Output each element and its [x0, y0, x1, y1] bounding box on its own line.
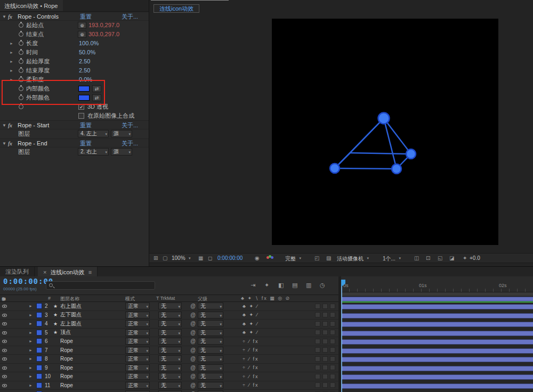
eye-icon[interactable]: [2, 340, 7, 343]
property-row-end-layer[interactable]: 图层 2. 右上 源: [0, 148, 149, 157]
visibility-cell[interactable]: [0, 356, 9, 362]
property-row-length[interactable]: 长度 100.0%: [0, 39, 149, 48]
blend-mode-select[interactable]: 正常: [125, 347, 150, 354]
layer-duration-bar[interactable]: [341, 357, 533, 362]
parent-pickwhip-icon[interactable]: [189, 330, 197, 336]
layer-duration-bar[interactable]: [341, 374, 533, 380]
exposure-reset-icon[interactable]: [463, 255, 467, 261]
blend-mode-select[interactable]: 正常: [125, 355, 150, 362]
expand-arrow-icon[interactable]: [29, 331, 36, 334]
inner-color-swatch[interactable]: [78, 86, 90, 92]
graph-editor-icon[interactable]: [264, 282, 269, 289]
layer-row[interactable]: 10 Rope 正常 无 无 ÷ ∕ fx: [0, 372, 338, 381]
visibility-cell[interactable]: [0, 303, 9, 309]
trkmat-select[interactable]: 无: [158, 338, 182, 345]
layer-name[interactable]: 右上圆点: [60, 303, 124, 310]
effect-group-header-rope-end[interactable]: Rope - End 重置 关于...: [0, 138, 149, 148]
time-stretch-icon[interactable]: [320, 282, 325, 289]
playhead-line[interactable]: [341, 282, 342, 392]
3d-perspective-checkbox[interactable]: [78, 104, 84, 110]
layer-switches[interactable]: ♣ ✦ ∕: [243, 312, 288, 317]
eye-icon[interactable]: [2, 305, 7, 308]
reset-link[interactable]: 重置: [80, 12, 92, 21]
property-row-end-point[interactable]: 结束点 303.0,297.0: [0, 30, 149, 39]
composition-canvas[interactable]: [272, 19, 498, 245]
property-value[interactable]: 100.0%: [79, 39, 99, 48]
layer-row[interactable]: 4 ★ 左上圆点 正常 无 无 ♣ ✦ ∕: [0, 320, 338, 329]
blend-mode-select[interactable]: 正常: [125, 303, 150, 309]
stopwatch-icon[interactable]: [19, 50, 23, 55]
trkmat-select[interactable]: 无: [158, 347, 182, 354]
layer-duration-bar[interactable]: [341, 331, 533, 336]
layer-duration-bar[interactable]: [341, 366, 533, 371]
expand-arrow-icon[interactable]: [10, 66, 13, 75]
effect-controls-tab[interactable]: 连线icon动效 • Rope: [0, 0, 63, 11]
layer-name[interactable]: 左下圆点: [60, 311, 124, 318]
layer-color-swatch[interactable]: [36, 321, 42, 326]
layer-name[interactable]: Rope: [60, 382, 124, 388]
camera-select[interactable]: 活动摄像机: [337, 255, 369, 263]
timeline-track-area[interactable]: 0s 01s 02s: [341, 276, 533, 392]
eye-icon[interactable]: [2, 349, 7, 352]
eye-icon[interactable]: [2, 331, 7, 334]
layer-color-swatch[interactable]: [36, 347, 42, 353]
layer-color-swatch[interactable]: [36, 303, 42, 309]
layer-color-swatch[interactable]: [36, 373, 42, 379]
expand-arrow-icon[interactable]: [29, 339, 36, 343]
render-queue-tab[interactable]: 渲染队列: [0, 267, 35, 276]
property-value[interactable]: 2.50: [79, 66, 90, 75]
layer-name[interactable]: 左上圆点: [60, 320, 124, 328]
stopwatch-icon[interactable]: [19, 95, 23, 100]
layer-switches[interactable]: ♣ ✦ ∕: [243, 304, 288, 309]
trkmat-select[interactable]: 无: [158, 373, 182, 380]
property-row-time[interactable]: 时间 50.0%: [0, 48, 149, 57]
layer-color-swatch[interactable]: [36, 356, 42, 362]
about-link[interactable]: 关于...: [122, 12, 138, 21]
region-of-interest-icon[interactable]: [314, 255, 319, 261]
property-row-inner-color[interactable]: 内部颜色: [0, 84, 149, 93]
layer-duration-bar[interactable]: [341, 313, 533, 318]
visibility-cell[interactable]: [0, 338, 9, 344]
blend-mode-select[interactable]: 正常: [125, 373, 150, 380]
expand-arrow-icon[interactable]: [29, 322, 36, 325]
layer-row[interactable]: 6 Rope 正常 无 无 ÷ ∕ fx: [0, 337, 338, 346]
source-select[interactable]: 源: [111, 130, 132, 137]
trkmat-column-header[interactable]: T TrkMat: [156, 296, 175, 301]
parent-select[interactable]: 无: [198, 364, 223, 371]
layer-name[interactable]: Rope: [60, 338, 124, 344]
eye-icon[interactable]: [2, 322, 7, 325]
parent-select[interactable]: 无: [198, 347, 223, 354]
layer-row[interactable]: 11 Rope 正常 无 无 ÷ ∕ fx: [0, 381, 338, 390]
property-value[interactable]: 303.0,297.0: [88, 30, 119, 39]
fx-badge-icon[interactable]: [8, 139, 12, 148]
parent-pickwhip-icon[interactable]: [189, 373, 197, 379]
parent-select[interactable]: 无: [198, 338, 223, 345]
layer-name[interactable]: 顶点: [60, 329, 124, 336]
transparency-grid-icon[interactable]: [326, 255, 331, 261]
property-value[interactable]: 0.0%: [79, 75, 92, 84]
stopwatch-icon[interactable]: [19, 86, 23, 91]
layer-name[interactable]: Rope: [60, 373, 124, 379]
layer-row[interactable]: 7 Rope 正常 无 无 ÷ ∕ fx: [0, 346, 338, 355]
shy-layers-icon[interactable]: [278, 282, 284, 289]
layer-switches[interactable]: ÷ ∕ fx: [243, 382, 288, 388]
outer-color-swatch[interactable]: [78, 95, 90, 101]
color-edit-icon[interactable]: [92, 85, 101, 92]
trkmat-select[interactable]: 无: [158, 329, 182, 336]
layer-switches[interactable]: ÷ ∕ fx: [243, 374, 288, 379]
composite-checkbox[interactable]: [78, 113, 84, 119]
time-ruler[interactable]: 0s 01s 02s: [341, 276, 533, 292]
number-column-header[interactable]: #: [48, 296, 51, 301]
parent-pickwhip-icon[interactable]: [189, 356, 197, 362]
timeline-nav-icon[interactable]: [438, 255, 442, 261]
current-time-display[interactable]: 0:00:00:00: [217, 255, 243, 261]
layer-switches[interactable]: ÷ ∕ fx: [243, 339, 288, 344]
property-row-3d-perspective[interactable]: 3D 透视: [0, 102, 149, 111]
effect-name[interactable]: Rope - Start: [18, 121, 49, 130]
expand-arrow-icon[interactable]: [10, 39, 13, 48]
trkmat-select[interactable]: 无: [158, 382, 182, 389]
reset-link[interactable]: 重置: [80, 121, 92, 130]
blend-mode-select[interactable]: 正常: [125, 364, 150, 371]
parent-select[interactable]: 无: [198, 303, 223, 309]
trkmat-select[interactable]: 无: [158, 355, 182, 362]
